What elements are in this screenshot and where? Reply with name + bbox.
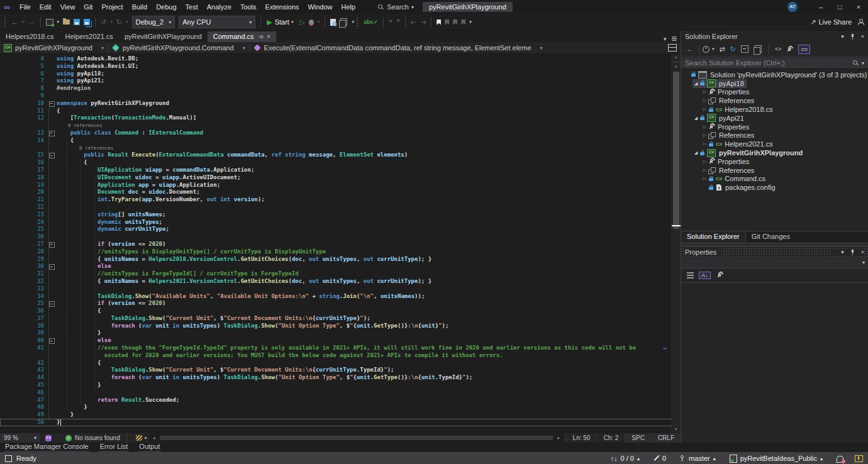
tree-item-pyapi18[interactable]: ◢pyApi18	[681, 79, 868, 88]
tree-item-pyapi21[interactable]: ◢pyApi21	[681, 114, 868, 123]
code-line[interactable]: 34 TaskDialog.Show("Available Units", "A…	[0, 293, 672, 301]
solution-platform-dropdown[interactable]: Any CPU ▾	[179, 16, 255, 28]
tree-item-properties[interactable]: ▷Properties	[681, 123, 868, 131]
scroll-left-icon[interactable]: ◄	[149, 436, 159, 440]
menu-item-tools[interactable]: Tools	[236, 3, 261, 11]
character-indicator[interactable]: Ch: 2	[596, 433, 625, 443]
code-line[interactable]: excuted for 2020 and earlier versions; Y…	[0, 352, 672, 360]
tree-expanded-icon[interactable]: ◢	[693, 81, 699, 86]
tree-item-pyrevitgirihxplayground[interactable]: ◢pyRevitGirihXPlayground	[681, 148, 868, 157]
refresh-icon[interactable]: ↻	[730, 45, 736, 53]
code-line[interactable]: 45 }	[0, 382, 672, 389]
code-line[interactable]: 24 dynamic unitsTypes;	[0, 219, 672, 226]
toolbar-grip[interactable]	[4, 17, 6, 27]
spell-check-button[interactable]: abc✓	[364, 19, 378, 25]
tree-collapsed-icon[interactable]: ▷	[701, 133, 708, 138]
redo-dropdown-icon[interactable]: ▾	[126, 19, 128, 25]
close-tab-icon[interactable]: ×	[267, 33, 270, 40]
code-line[interactable]: 49 }	[0, 411, 672, 419]
toolbar-grip[interactable]	[356, 17, 359, 27]
code-line[interactable]: 5using Autodesk.Revit.UI;	[0, 63, 672, 70]
undo-button[interactable]: ↺	[101, 18, 106, 26]
close-button[interactable]: ×	[849, 0, 868, 14]
code-line[interactable]: 22	[0, 204, 672, 211]
background-tasks-icon[interactable]	[5, 455, 12, 462]
pin-icon[interactable]	[850, 33, 855, 40]
split-handle-icon[interactable]: ÷	[672, 54, 681, 62]
fold-collapse-icon[interactable]	[49, 264, 55, 270]
code-line[interactable]: 14 {	[0, 137, 672, 145]
panel-tab-package-manager-console[interactable]: Package Manager Console	[4, 443, 90, 452]
space-mode-indicator[interactable]: SPC	[625, 433, 651, 443]
window-options-icon[interactable]: ▾	[841, 249, 844, 255]
comment-out-button[interactable]: ❝	[389, 18, 392, 26]
maximize-button[interactable]: □	[830, 0, 849, 14]
current-repo-button[interactable]: pyRevitBetaIdeas_Public ▴	[730, 455, 823, 463]
live-share-control[interactable]: ↗ Live Share	[810, 18, 864, 26]
code-line[interactable]: 6using pyApi18;	[0, 70, 672, 78]
properties-title-bar[interactable]: Properties ▾ ×	[681, 246, 868, 258]
code-line[interactable]: 37 TaskDialog.Show("Current Unit", $"Cur…	[0, 315, 672, 323]
view-code-icon[interactable]: <>	[775, 46, 782, 52]
navigate-forward-button[interactable]: →	[28, 18, 35, 26]
code-line[interactable]: 15 public Result Execute(ExternalCommand…	[0, 152, 672, 159]
alphabetical-sort-icon[interactable]: A↓	[699, 272, 711, 279]
code-line[interactable]: 28 //unitsTypes is DisplayUnitType[] / c…	[0, 248, 672, 256]
tree-item-helpers2021-cs[interactable]: ▷C#Helpers2021.cs	[681, 140, 868, 148]
tree-collapsed-icon[interactable]: ▷	[701, 124, 708, 130]
menu-item-build[interactable]: Build	[128, 3, 152, 11]
code-line[interactable]: 32 { unitsNames = Helpers2021.VersionCon…	[0, 278, 672, 285]
breadcrumb-type-dropdown[interactable]: pyRevitGirihXPlayground.Command ▾	[108, 42, 249, 53]
code-line[interactable]: 10namespace pyRevitGirihXPlayground	[0, 100, 672, 108]
code-line[interactable]: 13 public class Command : IExternalComma…	[0, 130, 672, 137]
breadcrumb-member-dropdown[interactable]: Execute(ExternalCommandData commandData,…	[250, 42, 547, 53]
menu-item-extensions[interactable]: Extensions	[261, 3, 304, 11]
notifications-bell-icon[interactable]	[837, 456, 843, 461]
git-sync-button[interactable]: ↑↓ 0 / 0 ▴	[611, 455, 640, 462]
code-line[interactable]: 33	[0, 285, 672, 293]
document-tab[interactable]: Command.cs-o×	[208, 31, 276, 42]
fold-collapse-icon[interactable]	[49, 242, 55, 248]
fold-collapse-icon[interactable]	[49, 301, 55, 307]
zoom-level-dropdown[interactable]: 99 % ▾	[0, 433, 40, 443]
tree-collapsed-icon[interactable]: ▷	[701, 159, 708, 164]
collapse-all-icon[interactable]	[741, 45, 748, 53]
menu-item-window[interactable]: Window	[303, 3, 337, 11]
solution-explorer-sync-button[interactable]	[340, 18, 347, 26]
tree-collapsed-icon[interactable]: ▷	[701, 168, 708, 173]
tree-item-helpers2018-cs[interactable]: ▷C#Helpers2018.cs	[681, 105, 868, 114]
panel-tab-error-list[interactable]: Error List	[99, 443, 130, 452]
panel-tab-output[interactable]: Output	[138, 443, 161, 452]
active-files-dropdown-icon[interactable]: ▾	[664, 36, 667, 42]
tree-item-command-cs[interactable]: ▷C#Command.cs	[681, 175, 868, 184]
tree-expanded-icon[interactable]: ◢	[693, 150, 699, 155]
code-line[interactable]: 26	[0, 233, 672, 241]
solution-configuration-dropdown[interactable]: Debug_2 ▾	[132, 16, 175, 28]
start-debug-button[interactable]: ▶ Start ▾	[267, 18, 295, 26]
fold-collapse-icon[interactable]	[49, 131, 55, 136]
find-in-files-button[interactable]	[330, 19, 336, 26]
code-line[interactable]: 42 {	[0, 360, 672, 367]
pin-tab-icon[interactable]: -o	[259, 33, 264, 40]
fold-collapse-icon[interactable]	[49, 101, 55, 107]
code-line[interactable]: 46	[0, 389, 672, 397]
code-line[interactable]: 25 dynamic currUnitType;	[0, 226, 672, 233]
code-line[interactable]: 50}	[0, 419, 672, 426]
document-tab[interactable]: pyRevitGirihXPlayground	[119, 31, 208, 42]
vertical-scrollbar[interactable]: ÷ ▴ ▾	[671, 54, 681, 433]
feedback-icon[interactable]	[855, 455, 863, 462]
menu-item-help[interactable]: Help	[337, 3, 360, 11]
code-editor[interactable]: 4using Autodesk.Revit.DB;5using Autodesk…	[0, 54, 681, 433]
pending-changes-filter-icon[interactable]	[703, 46, 709, 53]
code-line[interactable]: 8#endregion	[0, 85, 672, 92]
tree-item-properties[interactable]: ▷Properties	[681, 88, 868, 97]
code-line[interactable]: 11{	[0, 108, 672, 115]
scrollbar-thumb[interactable]	[160, 436, 552, 440]
code-line[interactable]: 48 }	[0, 404, 672, 411]
undo-dropdown-icon[interactable]: ▾	[110, 19, 113, 25]
breadcrumb-project-dropdown[interactable]: pyRevitGirihXPlayground ▾	[0, 42, 108, 53]
hot-reload-dropdown-icon[interactable]: ▾	[318, 19, 320, 25]
code-line[interactable]: 21 int.TryParse(app.VersionNumber, out i…	[0, 196, 672, 204]
code-line[interactable]: 38 foreach (var unit in unitsTypes) Task…	[0, 323, 672, 330]
code-line[interactable]: 9	[0, 92, 672, 100]
